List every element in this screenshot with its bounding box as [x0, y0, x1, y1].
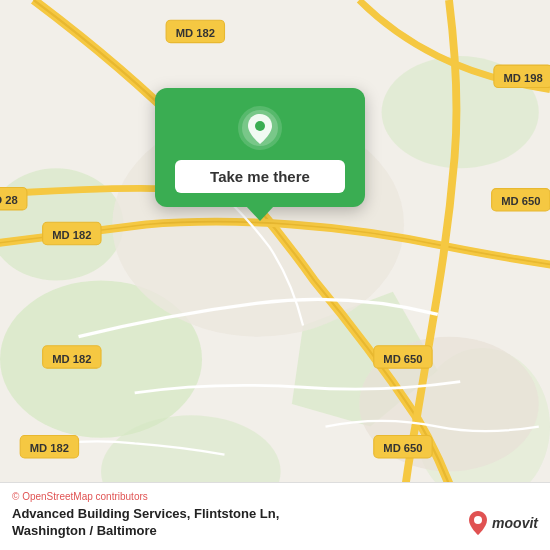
svg-text:MD 182: MD 182 [52, 229, 91, 241]
copyright-text: © OpenStreetMap contributors [12, 491, 538, 502]
moovit-pin-icon [467, 509, 489, 537]
svg-text:MD 182: MD 182 [176, 27, 215, 39]
take-me-there-button[interactable]: Take me there [175, 160, 345, 193]
location-popup: Take me there [155, 88, 365, 207]
svg-text:MD 28: MD 28 [0, 194, 18, 206]
bottom-bar: © OpenStreetMap contributors Advanced Bu… [0, 482, 550, 550]
copyright-symbol: © [12, 491, 19, 502]
svg-text:MD 650: MD 650 [501, 195, 540, 207]
svg-text:MD 650: MD 650 [383, 442, 422, 454]
location-pin-icon [238, 106, 282, 150]
moovit-brand-text: moovit [492, 515, 538, 531]
location-line1: Advanced Building Services, Flintstone L… [12, 506, 279, 523]
svg-text:MD 198: MD 198 [503, 72, 542, 84]
location-row: Advanced Building Services, Flintstone L… [12, 506, 538, 540]
location-line2: Washington / Baltimore [12, 523, 279, 540]
map-background: MD 182 MD 198 MD 28 MD 182 MD 650 MD 182… [0, 0, 550, 550]
svg-text:MD 182: MD 182 [30, 442, 69, 454]
svg-text:MD 650: MD 650 [383, 353, 422, 365]
svg-text:MD 182: MD 182 [52, 353, 91, 365]
osm-attribution: OpenStreetMap contributors [22, 491, 148, 502]
moovit-logo: moovit [467, 509, 538, 537]
svg-point-31 [474, 516, 482, 524]
location-info: Advanced Building Services, Flintstone L… [12, 506, 279, 540]
map-container: MD 182 MD 198 MD 28 MD 182 MD 650 MD 182… [0, 0, 550, 550]
svg-point-30 [255, 121, 265, 131]
